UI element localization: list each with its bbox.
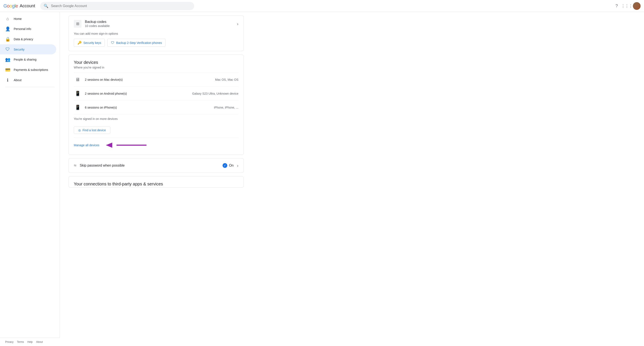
backup-codes-info: Backup codes 10 codes available xyxy=(85,20,237,28)
sidebar-item-data-privacy[interactable]: 🔒 Data & privacy xyxy=(0,34,56,44)
sidebar-item-payments[interactable]: 💳 Payments & subscriptions xyxy=(0,65,56,75)
skip-chevron-right-icon: › xyxy=(237,163,238,168)
security-label: Security xyxy=(14,48,24,51)
main-content: ⊞ Backup codes 10 codes available › You … xyxy=(60,12,252,346)
device-row-2[interactable]: 📱 6 sessions on iPhone(s) iPhone, iPhone… xyxy=(74,100,238,114)
device-detail-2: iPhone, iPhone, ... xyxy=(214,106,238,109)
personal-info-label: Personal info xyxy=(14,27,31,31)
sidebar-item-about[interactable]: ℹ About xyxy=(0,75,56,85)
search-icon: 🔍 xyxy=(44,4,48,8)
find-device-button-wrapper: ◎ Find a lost device xyxy=(74,126,238,134)
people-sharing-label: People & sharing xyxy=(14,58,36,61)
device-icon-1: 📱 xyxy=(74,90,82,97)
backup-2step-label: Backup 2-Step Verification phones xyxy=(116,41,162,45)
apps-icon: ⋮⋮⋮ xyxy=(621,4,633,8)
about-label: About xyxy=(14,78,22,82)
avatar[interactable] xyxy=(633,2,640,10)
sidebar-item-personal-info[interactable]: 👤 Personal info xyxy=(0,24,56,34)
payments-icon: 💳 xyxy=(5,67,10,72)
security-icon: 🛡 xyxy=(5,47,10,52)
header-actions: ? ⋮⋮⋮ xyxy=(612,2,640,10)
data-privacy-label: Data & privacy xyxy=(14,38,33,41)
device-detail-1: Galaxy S23 Ultra, Unknown device xyxy=(192,92,238,95)
backup-2step-button[interactable]: 🛡 Backup 2-Step Verification phones xyxy=(107,39,166,47)
sidebar-divider xyxy=(5,87,54,87)
connections-card: Your connections to third-party apps & s… xyxy=(68,176,244,188)
help-button[interactable]: ? xyxy=(612,2,621,10)
sidebar-item-home[interactable]: ⌂ Home xyxy=(0,14,56,24)
manage-devices-wrapper: Manage all devices xyxy=(74,137,238,154)
find-device-label: Find a lost device xyxy=(82,128,106,132)
device-row-0[interactable]: 🖥 2 sessions on Mac device(s) Mac OS, Ma… xyxy=(74,73,238,87)
app-name: Account xyxy=(20,4,35,8)
svg-marker-1 xyxy=(106,143,112,148)
backup-codes-card: ⊞ Backup codes 10 codes available › You … xyxy=(68,16,244,51)
grid-icon: ⊞ xyxy=(76,22,79,26)
about-icon: ℹ xyxy=(5,78,10,83)
skip-password-status: ✓ On xyxy=(222,163,234,168)
device-row-1[interactable]: 📱 2 sessions on Android phone(s) Galaxy … xyxy=(74,87,238,100)
manage-all-devices-link[interactable]: Manage all devices xyxy=(74,143,100,147)
check-circle-icon: ✓ xyxy=(222,163,227,168)
google-logo: Google xyxy=(4,3,18,9)
connections-title: Your connections to third-party apps & s… xyxy=(74,182,238,187)
device-icon-2: 📱 xyxy=(74,104,82,111)
chevron-right-icon: › xyxy=(237,22,238,26)
connections-section: Your connections to third-party apps & s… xyxy=(69,177,244,187)
search-bar[interactable]: 🔍 xyxy=(40,2,194,10)
sign-in-buttons: 🔑 Security keys 🛡 Backup 2-Step Verifica… xyxy=(69,39,244,51)
sign-in-options-text: You can add more sign-in options xyxy=(69,32,244,39)
personal-info-icon: 👤 xyxy=(5,26,10,32)
device-detail-0: Mac OS, Mac OS xyxy=(215,78,238,81)
signed-in-more: You're signed in on more devices xyxy=(74,114,238,123)
footer-help[interactable]: Help xyxy=(27,340,33,343)
footer-privacy[interactable]: Privacy xyxy=(5,340,14,343)
devices-subtitle: Where you're signed in xyxy=(74,66,238,69)
apps-button[interactable]: ⋮⋮⋮ xyxy=(622,2,631,10)
fingerprint-icon: ≈ xyxy=(74,163,76,168)
key-icon: 🔑 xyxy=(78,41,82,45)
arrow-annotation xyxy=(104,141,146,149)
devices-section: Your devices Where you're signed in 🖥 2 … xyxy=(69,55,244,154)
devices-title: Your devices xyxy=(74,60,238,65)
skip-password-card: ≈ Skip password when possible ✓ On › xyxy=(68,158,244,173)
help-icon: ? xyxy=(615,4,618,8)
sidebar-item-people-sharing[interactable]: 👥 People & sharing xyxy=(0,54,56,65)
backup-codes-availability: 10 codes available xyxy=(85,24,237,28)
device-name-0: 2 sessions on Mac device(s) xyxy=(85,78,123,81)
security-keys-label: Security keys xyxy=(84,41,101,45)
footer-terms[interactable]: Terms xyxy=(17,340,24,343)
backup-codes-icon: ⊞ xyxy=(74,20,82,28)
home-label: Home xyxy=(14,17,22,21)
device-name-1: 2 sessions on Android phone(s) xyxy=(85,92,127,95)
data-privacy-icon: 🔒 xyxy=(5,37,10,42)
device-name-2: 6 sessions on iPhone(s) xyxy=(85,106,117,109)
sidebar-footer: Privacy Terms Help About xyxy=(0,338,60,346)
device-icon-0: 🖥 xyxy=(74,76,82,84)
backup-codes-title: Backup codes xyxy=(85,20,237,24)
search-input[interactable] xyxy=(51,4,191,8)
footer-about[interactable]: About xyxy=(36,340,43,343)
skip-password-row[interactable]: ≈ Skip password when possible ✓ On › xyxy=(69,158,244,172)
purple-arrow-svg xyxy=(104,141,146,149)
security-keys-button[interactable]: 🔑 Security keys xyxy=(74,39,105,47)
people-sharing-icon: 👥 xyxy=(5,57,10,62)
payments-label: Payments & subscriptions xyxy=(14,68,48,72)
header: Google Account 🔍 ? ⋮⋮⋮ xyxy=(0,0,644,12)
backup-codes-row[interactable]: ⊞ Backup codes 10 codes available › xyxy=(69,16,244,32)
sidebar-item-security[interactable]: 🛡 Security xyxy=(0,44,56,54)
skip-password-status-text: On xyxy=(229,163,234,167)
location-icon: ◎ xyxy=(78,128,81,132)
find-device-button[interactable]: ◎ Find a lost device xyxy=(74,126,110,134)
layout: ⌂ Home 👤 Personal info 🔒 Data & privacy … xyxy=(0,12,644,346)
devices-list: 🖥 2 sessions on Mac device(s) Mac OS, Ma… xyxy=(74,73,238,114)
phone-shield-icon: 🛡 xyxy=(111,41,114,45)
google-account-logo[interactable]: Google Account xyxy=(4,3,35,9)
sidebar: ⌂ Home 👤 Personal info 🔒 Data & privacy … xyxy=(0,12,60,346)
home-icon: ⌂ xyxy=(5,16,10,21)
skip-password-label: Skip password when possible xyxy=(80,163,222,167)
your-devices-card: Your devices Where you're signed in 🖥 2 … xyxy=(68,55,244,155)
